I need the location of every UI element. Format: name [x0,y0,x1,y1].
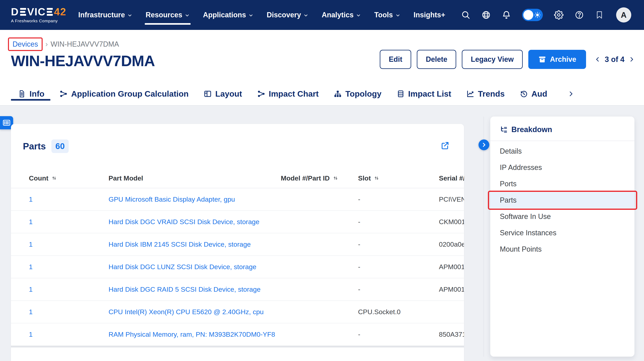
part-slot: CPU.Socket.0 [358,308,439,316]
col-serial[interactable]: Serial #/H [439,174,464,182]
help-icon[interactable] [575,10,584,20]
sitemap-icon [334,90,342,98]
pager-label: 3 of 4 [605,55,624,64]
delete-button[interactable]: Delete [417,50,456,69]
menu-infrastructure[interactable]: Infrastructure [78,11,132,19]
toggle-knob [523,10,533,20]
menu-discovery[interactable]: Discovery [267,11,308,19]
sort-icon[interactable] [374,175,380,181]
tab-impact-list[interactable]: Impact List [397,89,451,99]
col-slot[interactable]: Slot [358,174,439,182]
parts-card: Parts 60 Count Part Model Model #/Part I… [11,124,464,361]
chevron-down-icon [395,13,400,18]
tab-trends[interactable]: Trends [466,89,504,99]
legacy-view-button[interactable]: Legacy View [462,50,522,69]
sun-icon [534,12,541,18]
part-model-link[interactable]: RAM Physical Memory, ram, PN: M393B2K70D… [108,330,281,338]
part-serial: APM00125 [439,285,464,293]
tab-impact-chart[interactable]: Impact Chart [257,89,319,99]
tab-audit[interactable]: Aud [520,89,547,99]
table-header-row: Count Part Model Model #/Part ID Slot Se… [11,168,464,188]
part-serial: 850A3718 [439,330,464,338]
part-model-link[interactable]: Hard Disk IBM 2145 SCSI Disk Device, sto… [108,240,281,248]
avatar[interactable]: A [616,7,631,23]
part-count-link[interactable]: 1 [29,195,108,203]
search-icon[interactable] [461,10,470,20]
table-row: 1 Hard Disk IBM 2145 SCSI Disk Device, s… [11,233,464,256]
menu-resources[interactable]: Resources [146,11,190,19]
table-row: 1 CPU Intel(R) Xeon(R) CPU E5620 @ 2.40G… [11,301,464,323]
menu-tools[interactable]: Tools [374,11,400,19]
part-count-link[interactable]: 1 [29,330,108,338]
tab-info[interactable]: Info [18,89,44,99]
external-link-icon[interactable] [440,141,450,150]
col-count[interactable]: Count [29,174,108,182]
page-title: WIN-HEJAVVV7DMA [11,52,155,70]
tab-topology[interactable]: Topology [334,89,381,99]
settings-icon[interactable] [554,10,564,20]
breakdown-item-software-in-use[interactable]: Software In Use [490,208,634,225]
part-slot: - [358,240,439,248]
part-slot: - [358,218,439,226]
edit-button[interactable]: Edit [380,50,411,69]
breakdown-title: Breakdown [512,125,552,134]
col-part-model[interactable]: Part Model [108,174,281,182]
tabs-scroll-right-icon[interactable] [568,91,574,97]
part-count-link[interactable]: 1 [29,218,108,226]
breakdown-panel: Breakdown Details IP Addresses Ports Par… [490,117,634,356]
chevron-down-icon [184,13,190,18]
menu-insights[interactable]: Insights+ [414,11,445,19]
part-model-link[interactable]: Hard Disk DGC LUNZ SCSI Disk Device, sto… [108,263,281,271]
theme-toggle[interactable] [522,9,543,21]
chevron-down-icon [303,13,308,18]
breadcrumb-devices-link[interactable]: Devices [12,40,38,48]
part-serial: APM00125 [439,263,464,271]
part-model-link[interactable]: Hard Disk DGC RAID 5 SCSI Disk Device, s… [108,285,281,293]
breakdown-item-ip-addresses[interactable]: IP Addresses [490,159,634,176]
menu-analytics[interactable]: Analytics [322,11,361,19]
device42-logo[interactable]: D VIC 42 A Freshworks Company [11,7,66,23]
breadcrumb: Devices › WIN-HEJAVVV7DMA [8,38,119,51]
action-buttons: Edit Delete Legacy View Archive 3 of 4 [380,50,635,69]
logo-tagline: A Freshworks Company [11,19,66,23]
part-count-link[interactable]: 1 [29,240,108,248]
parts-count-badge: 60 [52,139,69,153]
globe-icon[interactable] [482,10,491,20]
layout-icon [204,90,212,98]
breakdown-item-mount-points[interactable]: Mount Points [490,241,634,257]
part-slot: - [358,285,439,293]
breakdown-item-ports[interactable]: Ports [490,176,634,192]
part-count-link[interactable]: 1 [29,263,108,271]
trend-chart-icon [466,90,474,98]
chevron-right-icon [481,142,487,148]
panel-collapse-button[interactable] [478,139,489,150]
chevron-left-icon[interactable] [594,56,601,63]
tab-application-group-calculation[interactable]: Application Group Calculation [60,89,188,99]
table-section-divider [11,346,464,347]
archive-button[interactable]: Archive [528,50,586,69]
col-model-part-id[interactable]: Model #/Part ID [281,174,358,182]
breakdown-item-details[interactable]: Details [490,143,634,159]
bookmark-icon[interactable] [595,11,604,19]
panel-divider [484,117,484,356]
record-pager: 3 of 4 [594,55,635,64]
document-icon [18,90,26,98]
tab-layout[interactable]: Layout [204,89,242,99]
part-model-link[interactable]: GPU Microsoft Basic Display Adapter, gpu [108,195,281,203]
menu-applications[interactable]: Applications [203,11,254,19]
part-count-link[interactable]: 1 [29,285,108,293]
breakdown-items: Details IP Addresses Ports Parts Softwar… [490,141,634,257]
chevron-right-icon[interactable] [628,56,635,63]
breakdown-item-service-instances[interactable]: Service Instances [490,225,634,241]
breadcrumb-separator: › [46,40,48,49]
part-model-link[interactable]: CPU Intel(R) Xeon(R) CPU E5620 @ 2.40GHz… [108,308,281,316]
notifications-icon[interactable] [502,10,511,20]
part-model-link[interactable]: Hard Disk DGC VRAID SCSI Disk Device, st… [108,218,281,226]
sort-icon[interactable] [51,175,57,181]
page-header: Devices › WIN-HEJAVVV7DMA WIN-HEJAVVV7DM… [0,30,644,106]
logo-number: 42 [54,7,66,17]
breakdown-item-parts[interactable]: Parts [490,192,634,208]
part-count-link[interactable]: 1 [29,308,108,316]
logo-letters: VIC [27,7,46,17]
sort-icon[interactable] [332,175,338,181]
